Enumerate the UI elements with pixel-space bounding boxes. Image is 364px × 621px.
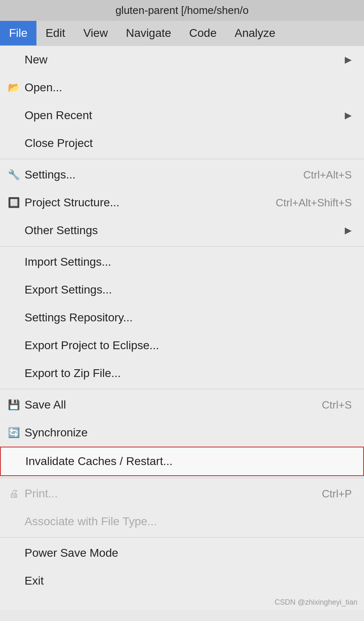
menu-item-export-zip[interactable]: Export to Zip File... [0, 359, 364, 387]
menu-item-label: Other Settings [25, 224, 98, 237]
menu-item-export-settings[interactable]: Export Settings... [0, 276, 364, 304]
menu-item-open[interactable]: 📂Open... [0, 74, 364, 102]
menu-bar-item-view[interactable]: View [74, 21, 117, 45]
menu-item-project-structure[interactable]: 🔲Project Structure...Ctrl+Alt+Shift+S [0, 189, 364, 217]
menu-item-associate-file-type: Associate with File Type... [0, 508, 364, 535]
menu-item-label: Close Project [25, 137, 93, 150]
folder-open-icon: 📂 [7, 80, 21, 95]
title-bar: gluten-parent [/home/shen/o [0, 0, 364, 21]
menu-item-new[interactable]: New▶ [0, 46, 364, 74]
menu-item-shortcut: Ctrl+S [322, 399, 352, 411]
menu-item-save-all[interactable]: 💾Save AllCtrl+S [0, 391, 364, 419]
watermark: CSDN @zhixingheyi_tian [0, 595, 364, 610]
menu-item-label: Exit [25, 574, 44, 587]
menu-bar-item-code[interactable]: Code [180, 21, 226, 45]
wrench-icon: 🔧 [7, 167, 21, 182]
menu-item-invalidate-caches[interactable]: Invalidate Caches / Restart... [0, 447, 364, 476]
menu-item-label: Export to Zip File... [25, 367, 121, 380]
menu-item-power-save[interactable]: Power Save Mode [0, 539, 364, 567]
menu-separator [0, 159, 364, 159]
menu-bar-item-analyze[interactable]: Analyze [226, 21, 285, 45]
menu-item-label: Open Recent [25, 109, 92, 122]
menu-item-label: Power Save Mode [25, 546, 118, 560]
menu-item-synchronize[interactable]: 🔄Synchronize [0, 419, 364, 447]
menu-item-label: New [25, 53, 47, 66]
save-icon: 💾 [7, 397, 21, 412]
menu-separator [0, 389, 364, 389]
menu-item-label: Settings... [25, 168, 76, 181]
menu-item-label: Import Settings... [25, 255, 111, 269]
menu-item-settings-repository[interactable]: Settings Repository... [0, 304, 364, 332]
menu-bar: FileEditViewNavigateCodeAnalyze [0, 21, 364, 45]
menu-item-shortcut: Ctrl+P [322, 488, 352, 500]
grid-icon: 🔲 [7, 195, 21, 210]
menu-separator [0, 246, 364, 246]
menu-item-other-settings[interactable]: Other Settings▶ [0, 217, 364, 244]
menu-bar-item-file[interactable]: File [0, 21, 36, 45]
menu-item-label: Project Structure... [25, 196, 120, 209]
menu-item-export-eclipse[interactable]: Export Project to Eclipse... [0, 332, 364, 359]
menu-item-label: Save All [25, 398, 66, 411]
menu-separator [0, 537, 364, 537]
submenu-arrow-icon: ▶ [345, 225, 352, 236]
menu-item-settings[interactable]: 🔧Settings...Ctrl+Alt+S [0, 161, 364, 189]
print-icon: 🖨 [7, 486, 21, 501]
sync-icon: 🔄 [7, 425, 21, 440]
menu-item-label: Export Project to Eclipse... [25, 339, 159, 352]
menu-item-import-settings[interactable]: Import Settings... [0, 248, 364, 276]
menu-item-label: Settings Repository... [25, 311, 133, 324]
submenu-arrow-icon: ▶ [345, 110, 352, 121]
menu-item-open-recent[interactable]: Open Recent▶ [0, 102, 364, 129]
menu-item-close-project[interactable]: Close Project [0, 129, 364, 157]
menu-item-print: 🖨Print...Ctrl+P [0, 480, 364, 508]
submenu-arrow-icon: ▶ [345, 54, 352, 65]
menu-bar-item-edit[interactable]: Edit [36, 21, 74, 45]
dropdown-menu: New▶📂Open...Open Recent▶Close Project🔧Se… [0, 45, 364, 610]
menu-item-shortcut: Ctrl+Alt+S [303, 169, 352, 181]
menu-bar-item-navigate[interactable]: Navigate [117, 21, 181, 45]
menu-item-label: Invalidate Caches / Restart... [25, 455, 173, 468]
menu-item-label: Export Settings... [25, 283, 112, 296]
menu-item-label: Print... [25, 487, 58, 500]
menu-item-label: Associate with File Type... [25, 515, 157, 528]
menu-item-label: Synchronize [25, 426, 88, 439]
menu-separator [0, 478, 364, 478]
menu-item-exit[interactable]: Exit [0, 567, 364, 595]
menu-item-label: Open... [25, 81, 62, 94]
window-title: gluten-parent [/home/shen/o [115, 4, 249, 16]
menu-item-shortcut: Ctrl+Alt+Shift+S [276, 196, 352, 209]
